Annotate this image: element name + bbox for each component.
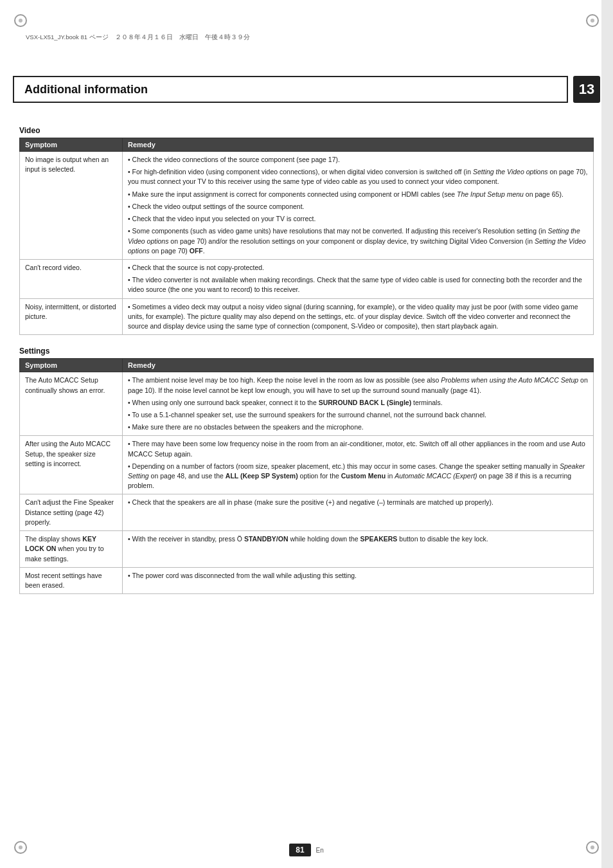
remedy-item: • Check that the video input you selecte… (128, 214, 588, 224)
remedy-item: • Make sure the input assignment is corr… (128, 190, 588, 199)
remedy-cell: • Check that the source is not copy-prot… (123, 259, 594, 298)
page-title: Additional information (24, 83, 148, 96)
remedy-item: • Check that the source is not copy-prot… (128, 263, 588, 273)
main-content: Video Symptom Remedy No image is output … (19, 114, 594, 829)
remedy-cell: • The power cord was disconnected from t… (123, 567, 594, 593)
symptom-cell: Can't adjust the Fine Speaker Distance s… (20, 494, 123, 531)
page-lang: En (316, 847, 324, 854)
remedy-item: • The ambient noise level may be too hig… (128, 375, 588, 395)
remedy-item: • There may have been some low frequency… (128, 439, 588, 458)
video-col-symptom: Symptom (20, 138, 123, 152)
page-number: 81 (289, 844, 310, 856)
corner-deco-tl (14, 14, 27, 27)
remedy-item: • When using only one surround back spea… (128, 398, 588, 408)
settings-table: Symptom Remedy The Auto MCACC Setup cont… (19, 358, 594, 594)
remedy-cell: • Check the video connections of the sou… (123, 152, 594, 260)
symptom-cell: Most recent settings have been erased. (20, 567, 123, 593)
table-row: Noisy, intermittent, or distorted pictur… (20, 298, 594, 335)
symptom-cell: The Auto MCACC Setup continually shows a… (20, 372, 123, 436)
remedy-item: • Check that the speakers are all in pha… (128, 498, 588, 507)
table-row: No image is output when an input is sele… (20, 152, 594, 260)
video-table: Symptom Remedy No image is output when a… (19, 138, 594, 335)
table-row: Can't record video.• Check that the sour… (20, 259, 594, 298)
right-strip (601, 0, 613, 868)
remedy-cell: • There may have been some low frequency… (123, 436, 594, 494)
remedy-item: • Depending on a number of factors (room… (128, 462, 588, 491)
settings-col-symptom: Symptom (20, 359, 123, 372)
corner-deco-tr (586, 14, 599, 27)
chapter-badge: 13 (573, 76, 600, 103)
symptom-cell: After using the Auto MCACC Setup, the sp… (20, 436, 123, 494)
settings-col-remedy: Remedy (123, 359, 594, 372)
remedy-cell: • With the receiver in standby, press Ö … (123, 531, 594, 568)
remedy-item: • Check the video output settings of the… (128, 202, 588, 212)
table-row: The display shows KEY LOCK ON when you t… (20, 531, 594, 568)
remedy-item: • Sometimes a video deck may output a no… (128, 302, 588, 332)
remedy-item: • With the receiver in standby, press Ö … (128, 534, 588, 544)
remedy-cell: • Sometimes a video deck may output a no… (123, 298, 594, 335)
remedy-cell: • The ambient noise level may be too hig… (123, 372, 594, 436)
symptom-cell: Can't record video. (20, 259, 123, 298)
remedy-item: • Make sure there are no obstacles betwe… (128, 422, 588, 432)
remedy-cell: • Check that the speakers are all in pha… (123, 494, 594, 531)
video-col-remedy: Remedy (123, 138, 594, 152)
remedy-item: • For high-definition video (using compo… (128, 167, 588, 186)
page-header: Additional information (13, 76, 568, 103)
table-row: Most recent settings have been erased.• … (20, 567, 594, 593)
page: VSX-LX51_JY.book 81 ページ ２０８年４月１６日 水曜日 午後… (0, 0, 613, 868)
symptom-cell: Noisy, intermittent, or distorted pictur… (20, 298, 123, 335)
settings-section-heading: Settings (19, 347, 594, 356)
file-info: VSX-LX51_JY.book 81 ページ ２０８年４月１６日 水曜日 午後… (26, 33, 250, 42)
video-section-heading: Video (19, 126, 594, 135)
remedy-item: • The power cord was disconnected from t… (128, 571, 588, 581)
table-row: After using the Auto MCACC Setup, the sp… (20, 436, 594, 494)
remedy-item: • The video converter is not available w… (128, 275, 588, 294)
page-footer: 81 En (0, 844, 613, 856)
table-row: Can't adjust the Fine Speaker Distance s… (20, 494, 594, 531)
remedy-item: • Some components (such as video game un… (128, 226, 588, 256)
remedy-item: • Check the video connections of the sou… (128, 155, 588, 165)
remedy-item: • To use a 5.1-channel speaker set, use … (128, 410, 588, 420)
table-row: The Auto MCACC Setup continually shows a… (20, 372, 594, 436)
symptom-cell: The display shows KEY LOCK ON when you t… (20, 531, 123, 568)
symptom-cell: No image is output when an input is sele… (20, 152, 123, 260)
